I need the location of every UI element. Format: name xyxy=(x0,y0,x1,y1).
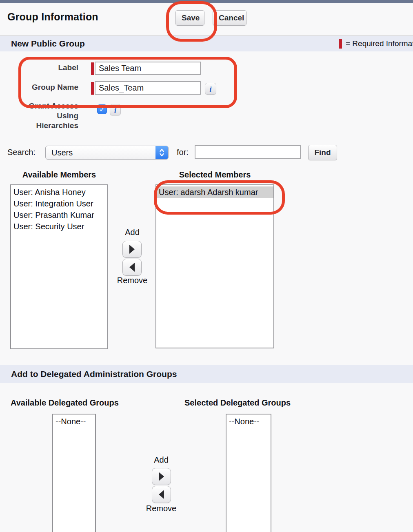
top-bar xyxy=(0,0,413,3)
add-label: Add xyxy=(123,228,142,237)
add-delegated-group-button[interactable] xyxy=(152,468,171,485)
page-title: Group Information xyxy=(7,11,98,23)
delegated-section-title: Add to Delegated Administration Groups xyxy=(11,365,177,383)
search-for-input[interactable] xyxy=(195,145,301,159)
up-down-chevrons-icon xyxy=(155,146,168,159)
group-name-field-label: Group Name xyxy=(12,82,78,92)
required-bar-icon xyxy=(91,82,94,95)
selected-members-listbox[interactable]: User: adarsh Adarsh kumar xyxy=(155,184,274,348)
search-type-selected-value: Users xyxy=(51,146,73,159)
grant-access-label-line: Hierarchies xyxy=(12,121,78,131)
grant-access-label-line: Grant Access xyxy=(12,101,78,111)
selected-delegated-groups-listbox[interactable]: --None-- xyxy=(226,414,271,532)
cancel-button[interactable]: Cancel xyxy=(213,10,246,26)
list-item[interactable]: User: Security User xyxy=(11,221,107,232)
list-item[interactable]: User: adarsh Adarsh kumar xyxy=(156,186,273,198)
grant-access-hierarchies-checkbox[interactable]: ✓ xyxy=(97,104,107,114)
list-item[interactable]: User: Integration User xyxy=(11,198,107,209)
remove-delegated-group-button[interactable] xyxy=(152,486,171,503)
required-legend: = Required Information xyxy=(339,36,413,51)
label-field-label: Label xyxy=(12,63,78,73)
info-icon[interactable]: i xyxy=(205,83,216,95)
right-arrow-icon xyxy=(129,245,135,254)
selected-delegated-groups-header: Selected Delegated Groups xyxy=(184,398,291,408)
grant-access-hierarchies-label: Grant Access Using Hierarchies xyxy=(12,101,78,131)
label-input[interactable] xyxy=(95,62,201,75)
required-bar-icon xyxy=(91,62,94,75)
left-arrow-icon xyxy=(129,263,135,272)
grant-access-label-line: Using xyxy=(12,111,78,121)
add-label: Add xyxy=(152,455,171,465)
group-information-page: Group Information Save Cancel New Public… xyxy=(0,0,413,532)
list-item[interactable]: User: Prasanth Kumar xyxy=(11,209,107,221)
find-button[interactable]: Find xyxy=(308,145,337,160)
available-delegated-groups-header: Available Delegated Groups xyxy=(11,398,119,408)
save-button[interactable]: Save xyxy=(175,10,204,26)
remove-members-button[interactable] xyxy=(122,259,142,276)
right-arrow-icon xyxy=(159,472,164,481)
search-type-select[interactable]: Users xyxy=(45,146,169,160)
left-arrow-icon xyxy=(159,490,164,499)
required-bar-icon xyxy=(339,39,342,49)
remove-label: Remove xyxy=(143,504,180,513)
new-public-group-section-bar: New Public Group = Required Information xyxy=(0,36,413,51)
section-title: New Public Group xyxy=(11,36,85,51)
list-item[interactable]: --None-- xyxy=(226,416,271,427)
delegated-groups-section-bar: Add to Delegated Administration Groups xyxy=(0,365,413,383)
checkmark-icon: ✓ xyxy=(99,106,105,113)
required-legend-text: = Required Information xyxy=(346,39,413,48)
remove-label: Remove xyxy=(113,276,151,285)
search-for-label: for: xyxy=(177,148,189,157)
list-item[interactable]: --None-- xyxy=(53,416,95,427)
selected-members-header: Selected Members xyxy=(155,170,274,180)
group-name-input[interactable] xyxy=(95,81,201,95)
info-icon[interactable]: i xyxy=(110,104,121,115)
available-members-header: Available Members xyxy=(10,170,108,180)
available-delegated-groups-listbox[interactable]: --None-- xyxy=(52,414,96,532)
available-members-listbox[interactable]: User: Anisha HoneyUser: Integration User… xyxy=(10,184,108,349)
list-item[interactable]: User: Anisha Honey xyxy=(11,186,107,198)
add-members-button[interactable] xyxy=(122,241,142,258)
search-label: Search: xyxy=(7,148,36,157)
